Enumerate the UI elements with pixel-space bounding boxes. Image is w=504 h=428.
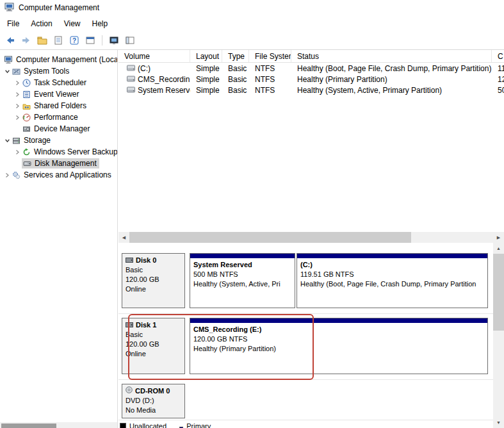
legend-unallocated: Unallocated xyxy=(120,422,167,428)
chevron-right-icon[interactable] xyxy=(13,115,22,120)
cdrom-0-row: CD-ROM 0 DVD (D:) No Media xyxy=(122,384,488,418)
column-header-layout[interactable]: Layout xyxy=(190,50,222,62)
hscrollbar-thumb[interactable] xyxy=(129,232,411,243)
disk-row-separator xyxy=(118,379,493,380)
disk-management-icon xyxy=(22,159,32,168)
tree-item-storage[interactable]: Storage xyxy=(0,135,117,146)
details-pane: Volume Layout Type File System Status C … xyxy=(118,50,504,428)
tree-item-services-and-applications[interactable]: Services and Applications xyxy=(0,169,117,181)
forward-icon[interactable] xyxy=(19,33,33,47)
properties-window-icon[interactable] xyxy=(83,33,97,47)
column-header-capacity[interactable]: C xyxy=(492,50,504,62)
volume-file-system: NTFS xyxy=(249,85,291,95)
tree-horizontal-scrollbar[interactable] xyxy=(0,422,117,428)
volume-row-system-reserved[interactable]: System Reserved Simple Basic NTFS Health… xyxy=(118,85,504,95)
volume-row-c[interactable]: (C:) Simple Basic NTFS Healthy (Boot, Pa… xyxy=(118,63,504,74)
tree-item-device-manager[interactable]: Device Manager xyxy=(0,123,117,135)
chevron-right-icon[interactable] xyxy=(13,149,22,155)
legend-primary-partition: Primary partition xyxy=(179,422,214,428)
cd-rom-icon xyxy=(126,386,133,396)
volume-icon xyxy=(127,64,135,73)
tree-item-label: Storage xyxy=(24,136,51,145)
export-list-icon[interactable] xyxy=(51,33,65,47)
disk-status: No Media xyxy=(126,406,181,415)
title-bar: Computer Management xyxy=(0,0,504,15)
legend-label: Primary partition xyxy=(186,422,214,428)
cdrom-0-label[interactable]: CD-ROM 0 DVD (D:) No Media xyxy=(122,384,185,418)
tree-item-label: Performance xyxy=(34,113,78,122)
column-header-file-system[interactable]: File System xyxy=(249,50,291,62)
menu-help[interactable]: Help xyxy=(86,17,114,30)
back-icon[interactable] xyxy=(3,33,17,47)
chevron-right-icon[interactable] xyxy=(13,92,22,97)
disk-type: DVD (D:) xyxy=(126,396,181,406)
volume-capacity: 12 xyxy=(492,74,504,85)
services-icon xyxy=(12,170,21,179)
menu-bar: File Action View Help xyxy=(0,15,504,31)
tree-item-disk-management[interactable]: Disk Management xyxy=(0,158,117,169)
system-tools-icon xyxy=(12,67,21,76)
disk-type: Basic xyxy=(126,330,181,340)
tree-item-label: Services and Applications xyxy=(24,170,111,179)
chevron-right-icon[interactable] xyxy=(13,80,22,86)
computer-management-window: Computer Management File Action View Hel… xyxy=(0,0,504,428)
disk-1-label[interactable]: Disk 1 Basic 120.00 GB Online xyxy=(122,318,185,374)
partition-system-reserved[interactable]: System Reserved 500 MB NTFS Healthy (Sys… xyxy=(190,253,295,308)
chevron-right-icon[interactable] xyxy=(3,172,12,178)
scroll-right-icon[interactable]: ▶ xyxy=(493,232,504,243)
disk-pane-vertical-scrollbar[interactable]: ▲ ▼ xyxy=(493,243,504,428)
device-manager-icon xyxy=(22,124,31,133)
scroll-left-icon[interactable]: ◀ xyxy=(118,232,129,243)
tree-root-computer-management[interactable]: Computer Management (Local xyxy=(0,54,117,65)
menu-file[interactable]: File xyxy=(1,17,25,30)
scroll-up-icon[interactable]: ▲ xyxy=(493,243,504,254)
event-viewer-icon xyxy=(22,90,31,99)
disk-0-row: Disk 0 Basic 120.00 GB Online System Res… xyxy=(122,253,488,308)
tree-item-label: System Tools xyxy=(24,67,69,76)
volume-icon xyxy=(127,75,135,84)
console-tree-icon[interactable] xyxy=(35,33,49,47)
menu-view[interactable]: View xyxy=(58,17,86,30)
partition-name: CMS_Recording (E:) xyxy=(193,325,487,334)
volume-row-cms-recording[interactable]: CMS_Recordin... Simple Basic NTFS Health… xyxy=(118,74,504,85)
partition-size: 119.51 GB NTFS xyxy=(300,270,487,279)
tree-item-performance[interactable]: Performance xyxy=(0,111,117,123)
partition-cms-recording[interactable]: CMS_Recording (E:) 120.00 GB NTFS Health… xyxy=(190,318,488,374)
partition-name: (C:) xyxy=(300,260,487,270)
tree-item-windows-server-backup[interactable]: Windows Server Backup xyxy=(0,146,117,158)
menu-action[interactable]: Action xyxy=(25,17,58,30)
panel-view-icon[interactable] xyxy=(123,33,137,47)
tree-item-label: Device Manager xyxy=(34,124,90,133)
partition-name: System Reserved xyxy=(193,260,295,270)
help-icon[interactable]: ? xyxy=(67,33,81,47)
column-header-volume[interactable]: Volume xyxy=(118,50,190,62)
tree-root-label: Computer Management (Local xyxy=(16,55,117,64)
legend-label: Unallocated xyxy=(129,422,167,428)
disk-1-row: Disk 1 Basic 120.00 GB Online CMS_Record… xyxy=(122,318,488,374)
tree-item-task-scheduler[interactable]: Task Scheduler xyxy=(0,77,117,88)
tree-item-label: Shared Folders xyxy=(34,101,86,110)
tree-item-system-tools[interactable]: System Tools xyxy=(0,65,117,77)
volume-status: Healthy (System, Active, Primary Partiti… xyxy=(291,85,492,95)
storage-icon xyxy=(12,136,21,145)
volume-list-horizontal-scrollbar[interactable]: ◀ ▶ xyxy=(118,232,504,243)
tree-item-shared-folders[interactable]: Shared Folders xyxy=(0,100,117,111)
chevron-down-icon[interactable] xyxy=(3,69,12,74)
volume-capacity: 50 xyxy=(492,85,504,95)
console-icon[interactable] xyxy=(107,33,121,47)
chevron-down-icon[interactable] xyxy=(3,138,12,144)
volume-status: Healthy (Primary Partition) xyxy=(291,74,492,85)
disk-0-label[interactable]: Disk 0 Basic 120.00 GB Online xyxy=(122,253,185,308)
tree-scrollbar-thumb[interactable] xyxy=(1,424,56,428)
vscrollbar-thumb[interactable] xyxy=(493,254,504,331)
scroll-down-icon[interactable]: ▼ xyxy=(493,417,504,428)
disk-status: Online xyxy=(126,284,181,294)
partition-c-drive[interactable]: (C:) 119.51 GB NTFS Healthy (Boot, Page … xyxy=(297,253,488,308)
shared-folders-icon xyxy=(22,101,31,110)
disk-graphic-pane: Disk 0 Basic 120.00 GB Online System Res… xyxy=(118,243,504,428)
tree-item-event-viewer[interactable]: Event Viewer xyxy=(0,88,117,100)
column-header-status[interactable]: Status xyxy=(291,50,492,62)
chevron-right-icon[interactable] xyxy=(13,103,22,109)
column-header-type[interactable]: Type xyxy=(222,50,249,62)
console-tree-pane: Computer Management (Local System Tools … xyxy=(0,50,118,428)
